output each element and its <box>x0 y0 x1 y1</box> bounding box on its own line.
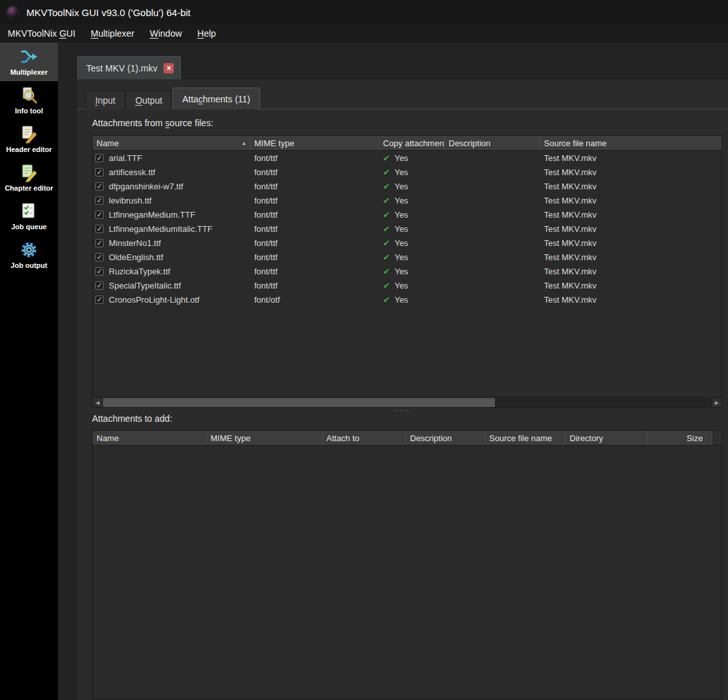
attachment-description-cell <box>445 264 540 278</box>
tab-label: utput <box>142 95 162 106</box>
add-table-header: Name MIME type Attach to Description Sou… <box>93 431 722 446</box>
attachment-row[interactable]: ✓ CronosProLight-Light.otf font/otf ✔ Ye… <box>93 292 722 307</box>
column-header-source-file-name[interactable]: Source file name <box>485 431 566 445</box>
column-header-attach-to[interactable]: Attach to <box>322 431 406 445</box>
menu-help[interactable]: Help <box>190 26 224 41</box>
attachment-row[interactable]: ✓ RuzickaTypek.ttf font/ttf ✔ Yes Test M… <box>93 264 722 278</box>
source-attachments-body: ✓ arial.TTF font/ttf ✔ Yes Test MKV.mkv … <box>93 151 722 397</box>
column-header-name[interactable]: Name <box>93 431 207 445</box>
tab-input[interactable]: Input <box>86 91 125 109</box>
attachment-checkbox[interactable]: ✓ <box>95 154 104 162</box>
attachment-mime-cell: font/ttf <box>250 236 379 250</box>
attachment-row[interactable]: ✓ arial.TTF font/ttf ✔ Yes Test MKV.mkv <box>93 151 722 165</box>
column-header-size[interactable]: Size <box>648 431 713 445</box>
app-icon <box>6 6 19 19</box>
attachment-checkbox[interactable]: ✓ <box>95 225 104 233</box>
attachment-name-label: RuzickaTypek.ttf <box>109 267 170 276</box>
attachment-row[interactable]: ✓ dfpganshinkei-w7.ttf font/ttf ✔ Yes Te… <box>93 179 722 193</box>
attachment-row[interactable]: ✓ LtfinneganMediumItalic.TTF font/ttf ✔ … <box>93 222 722 236</box>
attachment-row[interactable]: ✓ levibrush.ttf font/ttf ✔ Yes Test MKV.… <box>93 193 722 207</box>
attachment-row[interactable]: ✓ artificessk.ttf font/ttf ✔ Yes Test MK… <box>93 165 722 179</box>
close-tab-icon[interactable]: × <box>163 63 174 73</box>
attachment-name-cell: ✓ LtfinneganMediumItalic.TTF <box>93 222 250 236</box>
attachment-row[interactable]: ✓ MinsterNo1.ttf font/ttf ✔ Yes Test MKV… <box>93 236 722 250</box>
attachment-name-label: arial.TTF <box>109 153 142 163</box>
copy-check-icon: ✔ <box>383 182 390 191</box>
copy-check-icon: ✔ <box>383 153 390 163</box>
attachment-checkbox[interactable]: ✓ <box>95 281 104 290</box>
copy-label: Yes <box>395 182 408 191</box>
column-header-label: Source file name <box>489 433 552 443</box>
splitter-handle[interactable]: ······ <box>77 409 728 413</box>
tab-label: Atta <box>182 94 198 104</box>
attachment-checkbox[interactable]: ✓ <box>95 196 104 205</box>
column-header-mime-type[interactable]: MIME type <box>250 136 379 150</box>
attachment-source-cell: Test MKV.mkv <box>540 264 722 278</box>
attachment-name-label: LtfinneganMedium.TTF <box>109 210 195 220</box>
label-text: Attachments from <box>92 118 165 128</box>
attachment-copy-cell: ✔ Yes <box>379 165 445 179</box>
tab-attachments[interactable]: Attachments (11) <box>173 88 260 109</box>
column-header-name[interactable]: Name▲ <box>93 136 250 150</box>
document-tab-label: Test MKV (1).mkv <box>86 63 157 73</box>
attachment-name-cell: ✓ OldeEnglish.ttf <box>93 250 250 264</box>
column-header-label: Attach to <box>326 433 359 443</box>
attachment-name-label: CronosProLight-Light.otf <box>109 295 200 305</box>
menu-multiplexer[interactable]: Multiplexer <box>83 26 142 41</box>
column-header-description[interactable]: Description <box>445 136 540 150</box>
copy-label: Yes <box>395 196 408 205</box>
attachment-name-cell: ✓ artificessk.ttf <box>93 165 250 179</box>
sidebar-item-job-queue[interactable]: Job queue <box>0 197 58 236</box>
attachment-mime-cell: font/ttf <box>250 278 379 292</box>
attachment-checkbox[interactable]: ✓ <box>95 253 104 261</box>
tab-label: hments (11) <box>203 94 250 104</box>
attachment-description-cell <box>445 193 540 207</box>
merge-arrows-icon <box>19 47 39 66</box>
scrollbar-thumb[interactable] <box>103 398 496 407</box>
menu-mkvtoolnix-gui[interactable]: MKVToolNix GUI <box>0 26 83 41</box>
sidebar-item-multiplexer[interactable]: Multiplexer <box>0 43 58 81</box>
tool-sidebar: Multiplexer Info tool Header editor <box>0 43 58 700</box>
attachment-checkbox[interactable]: ✓ <box>95 182 104 191</box>
column-header-label: MIME type <box>210 433 250 443</box>
column-header-copy-attachment[interactable]: Copy attachment <box>379 136 445 150</box>
copy-check-icon: ✔ <box>383 196 390 205</box>
attachment-row[interactable]: ✓ OldeEnglish.ttf font/ttf ✔ Yes Test MK… <box>93 250 722 264</box>
attachment-name-cell: ✓ levibrush.ttf <box>93 193 250 207</box>
column-header-description[interactable]: Description <box>406 431 485 445</box>
sidebar-item-info-tool[interactable]: Info tool <box>0 81 58 120</box>
source-attachments-label: Attachments from source files: <box>92 118 213 128</box>
document-tab-test-mkv[interactable]: Test MKV (1).mkv × <box>77 56 181 79</box>
attachment-checkbox[interactable]: ✓ <box>95 267 104 276</box>
column-header-label: Description <box>449 138 490 148</box>
label-mnemonic: s <box>165 118 170 128</box>
column-header-source-file-name[interactable]: Source file name <box>540 136 722 150</box>
attachment-checkbox[interactable]: ✓ <box>95 211 104 219</box>
attachment-mime-cell: font/ttf <box>250 179 379 193</box>
copy-check-icon: ✔ <box>383 281 390 290</box>
attachment-description-cell <box>445 292 540 307</box>
scroll-right-arrow-icon[interactable]: ▶ <box>711 398 722 407</box>
attachment-name-label: artificessk.ttf <box>109 167 155 177</box>
sidebar-item-header-editor[interactable]: Header editor <box>0 120 58 158</box>
tab-output[interactable]: Output <box>126 91 172 109</box>
menu-window[interactable]: Window <box>142 26 190 41</box>
attachment-checkbox[interactable]: ✓ <box>95 168 104 176</box>
attachment-description-cell <box>445 207 540 222</box>
attachment-name-cell: ✓ CronosProLight-Light.otf <box>93 292 250 307</box>
attachment-row[interactable]: ✓ SpecialTypeItalic.ttf font/ttf ✔ Yes T… <box>93 278 722 292</box>
multiplexer-pane: Input Output Attachments (11) Attachment… <box>77 79 728 700</box>
gear-icon <box>19 240 39 260</box>
sidebar-item-chapter-editor[interactable]: Chapter editor <box>0 158 58 197</box>
attachment-checkbox[interactable]: ✓ <box>95 296 104 304</box>
column-header-mime-type[interactable]: MIME type <box>207 431 322 445</box>
sort-ascending-icon: ▲ <box>241 140 247 146</box>
attachment-mime-cell: font/ttf <box>250 250 379 264</box>
scroll-left-arrow-icon[interactable]: ◀ <box>93 398 103 407</box>
sidebar-item-job-output[interactable]: Job output <box>0 236 58 274</box>
attachment-checkbox[interactable]: ✓ <box>95 239 104 247</box>
scrollbar-track[interactable] <box>496 398 711 407</box>
column-header-label: Description <box>410 433 452 443</box>
attachment-row[interactable]: ✓ LtfinneganMedium.TTF font/ttf ✔ Yes Te… <box>93 207 722 222</box>
column-header-directory[interactable]: Directory <box>566 431 648 445</box>
